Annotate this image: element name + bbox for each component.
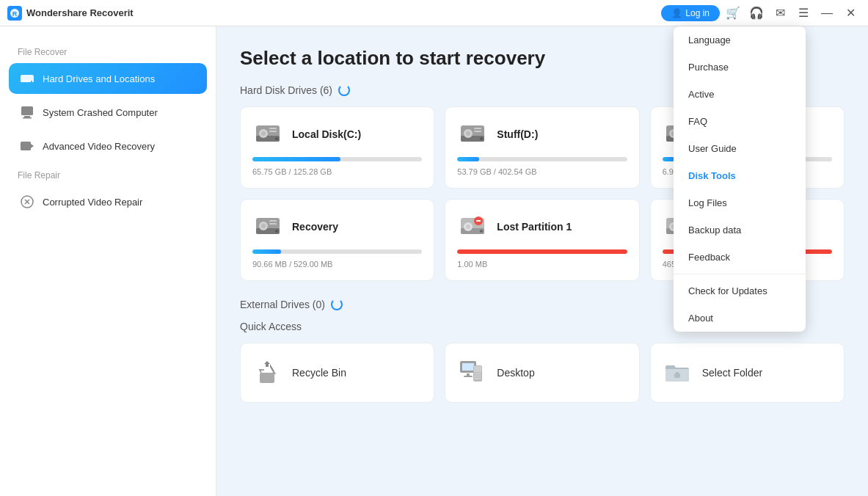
svg-rect-53 (260, 373, 274, 383)
svg-point-13 (275, 137, 278, 140)
drive-card-header: Lost Partition 1 (457, 211, 627, 242)
login-label: Log in (685, 8, 710, 18)
headset-button[interactable]: 🎧 (746, 3, 767, 23)
quick-access-label: Quick Access (240, 321, 302, 332)
dropdown-item-about[interactable]: About (674, 304, 806, 332)
dropdown-item-active[interactable]: Active (674, 81, 806, 108)
svg-point-22 (466, 131, 470, 136)
svg-rect-17 (269, 131, 277, 132)
drive-name: Local Disk(C:) (292, 128, 361, 140)
minimize-icon: — (821, 7, 833, 20)
svg-marker-9 (31, 144, 34, 148)
drive-size: 65.75 GB / 125.28 GB (252, 167, 422, 176)
quick-card-desktop[interactable]: Desktop (445, 343, 639, 403)
drive-icon (252, 211, 283, 242)
dropdown-item-user-guide[interactable]: User Guide (674, 135, 806, 162)
drive-bar (457, 249, 627, 254)
drive-icon (457, 211, 488, 242)
sidebar-item-corrupted-video[interactable]: Corrupted Video Repair (9, 186, 207, 217)
drive-name: Lost Partition 1 (497, 221, 572, 233)
file-repair-label: File Repair (9, 164, 207, 183)
cart-icon: 🛒 (726, 6, 740, 20)
external-drives-refresh-icon[interactable] (331, 299, 343, 310)
dropdown-item-log-files[interactable]: Log Files (674, 189, 806, 216)
drive-bar-container (457, 249, 627, 254)
drive-card-local-disk-c--[interactable]: Local Disk(C:) 65.75 GB / 125.28 GB (240, 106, 434, 189)
person-icon: 👤 (671, 8, 682, 18)
hard-disk-refresh-icon[interactable] (338, 84, 350, 96)
drive-card-recovery[interactable]: Recovery 90.66 MB / 529.00 MB (240, 199, 434, 281)
select-folder-label: Select Folder (702, 367, 762, 379)
cart-button[interactable]: 🛒 (723, 3, 743, 23)
svg-rect-24 (474, 131, 481, 132)
desktop-label: Desktop (497, 367, 534, 379)
drive-bar (457, 157, 479, 161)
svg-point-34 (275, 230, 278, 233)
svg-rect-5 (21, 106, 33, 115)
external-drives-label: External Drives (0) (240, 299, 325, 310)
drive-bar (663, 157, 674, 161)
svg-rect-38 (269, 223, 277, 225)
dropdown-item-backup-data[interactable]: Backup data (674, 216, 806, 244)
drive-icon (252, 119, 283, 150)
dropdown-item-purchase[interactable]: Purchase (674, 54, 806, 81)
svg-rect-23 (474, 128, 481, 129)
hard-drives-label: Hard Drives and Locations (43, 73, 155, 84)
drive-bar-container (252, 249, 422, 254)
svg-rect-55 (462, 363, 474, 371)
drive-card-header: Stuff(D:) (457, 119, 627, 150)
sidebar-item-hard-drives[interactable]: Hard Drives and Locations (9, 63, 207, 94)
svg-point-43 (466, 225, 470, 229)
logo-icon: R (7, 6, 22, 21)
drive-bar-container (457, 157, 627, 161)
quick-card-recycle-bin[interactable]: Recycle Bin (240, 343, 434, 403)
svg-rect-7 (23, 117, 32, 119)
drive-bar (252, 249, 281, 254)
quick-card-select-folder[interactable]: Select Folder (650, 343, 845, 403)
close-button[interactable]: ✕ (840, 3, 861, 23)
sidebar-item-system-crashed[interactable]: System Crashed Computer (9, 97, 207, 128)
drive-bar-container (252, 157, 422, 161)
svg-point-4 (31, 81, 32, 82)
svg-point-15 (261, 131, 266, 136)
drive-card-lost-partition-1[interactable]: Lost Partition 1 1.00 MB (445, 199, 639, 281)
drive-size: 1.00 MB (457, 260, 627, 269)
corrupted-video-icon (19, 194, 35, 210)
svg-point-41 (480, 230, 483, 233)
svg-rect-8 (21, 142, 31, 150)
titlebar: R Wondershare Recoverit 👤 Log in 🛒 🎧 ✉ ☰… (0, 0, 868, 26)
close-icon: ✕ (846, 6, 856, 20)
svg-rect-16 (269, 128, 277, 129)
svg-rect-57 (464, 376, 473, 377)
hard-disk-label: Hard Disk Drives (6) (240, 84, 332, 96)
drive-card-header: Local Disk(C:) (252, 119, 422, 150)
app-logo: R Wondershare Recoverit (7, 6, 134, 21)
mail-button[interactable]: ✉ (770, 3, 790, 23)
drive-name: Stuff(D:) (497, 128, 538, 140)
drive-size: 90.66 MB / 529.00 MB (252, 260, 422, 269)
dropdown-item-check-updates[interactable]: Check for Updates (674, 277, 806, 304)
svg-text:R: R (12, 10, 18, 18)
select-folder-icon (663, 358, 692, 387)
app-body: File Recover Hard Drives and Locations S… (0, 26, 868, 496)
app-title: Wondershare Recoverit (26, 7, 134, 18)
login-button[interactable]: 👤 Log in (661, 5, 720, 21)
advanced-video-label: Advanced Video Recovery (43, 141, 155, 152)
quick-access-grid: Recycle Bin Desktop Select Folder (240, 343, 845, 403)
drive-name: Recovery (292, 221, 338, 233)
sidebar-item-advanced-video[interactable]: Advanced Video Recovery (9, 131, 207, 161)
dropdown-item-feedback[interactable]: Feedback (674, 244, 806, 271)
dropdown-item-language[interactable]: Language (674, 26, 806, 54)
minimize-button[interactable]: — (817, 3, 837, 23)
drive-bar (252, 157, 340, 161)
svg-point-20 (480, 137, 483, 140)
menu-button[interactable]: ☰ (793, 3, 814, 23)
dropdown-item-disk-tools[interactable]: Disk Tools (674, 162, 806, 189)
hamburger-icon: ☰ (798, 6, 809, 20)
dropdown-item-faq[interactable]: FAQ (674, 108, 806, 135)
drive-card-stuff-d--[interactable]: Stuff(D:) 53.79 GB / 402.54 GB (445, 106, 639, 189)
dropdown-divider (674, 274, 806, 274)
file-recover-label: File Recover (9, 41, 207, 60)
mail-icon: ✉ (776, 6, 785, 20)
system-crashed-label: System Crashed Computer (43, 107, 158, 118)
